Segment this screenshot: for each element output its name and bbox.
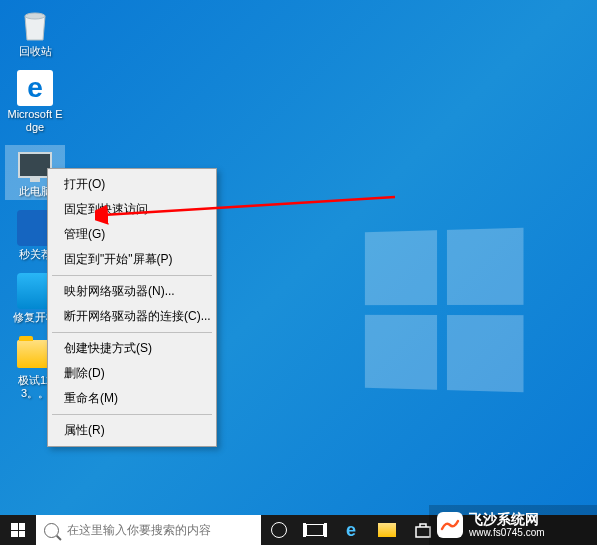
context-menu: 打开(O) 固定到快速访问 管理(G) 固定到"开始"屏幕(P) 映射网络驱动器… bbox=[47, 168, 217, 447]
menu-item-properties[interactable]: 属性(R) bbox=[50, 418, 214, 443]
taskbar-search[interactable] bbox=[36, 515, 261, 545]
menu-item-open[interactable]: 打开(O) bbox=[50, 172, 214, 197]
search-icon bbox=[44, 523, 59, 538]
windows-wallpaper-logo bbox=[365, 228, 524, 393]
folder-icon bbox=[378, 523, 396, 537]
menu-item-create-shortcut[interactable]: 创建快捷方式(S) bbox=[50, 336, 214, 361]
menu-separator bbox=[52, 332, 212, 333]
menu-separator bbox=[52, 414, 212, 415]
search-input[interactable] bbox=[67, 523, 253, 537]
icon-label: Microsoft Edge bbox=[7, 108, 63, 134]
edge-icon: e bbox=[346, 520, 356, 541]
watermark-url: www.fs0745.com bbox=[469, 527, 545, 538]
watermark: 飞沙系统网 www.fs0745.com bbox=[429, 505, 597, 545]
recycle-bin-icon bbox=[17, 7, 53, 43]
start-button[interactable] bbox=[0, 515, 36, 545]
cortana-button[interactable] bbox=[261, 515, 297, 545]
task-view-button[interactable] bbox=[297, 515, 333, 545]
taskbar-file-explorer[interactable] bbox=[369, 515, 405, 545]
icon-label: 回收站 bbox=[19, 45, 52, 58]
watermark-title: 飞沙系统网 bbox=[469, 512, 545, 527]
menu-item-rename[interactable]: 重命名(M) bbox=[50, 386, 214, 411]
edge-icon: e bbox=[17, 70, 53, 106]
menu-item-manage[interactable]: 管理(G) bbox=[50, 222, 214, 247]
task-view-icon bbox=[306, 524, 324, 536]
desktop-icon-recycle-bin[interactable]: 回收站 bbox=[5, 5, 65, 60]
svg-point-0 bbox=[25, 13, 45, 19]
menu-item-pin-start[interactable]: 固定到"开始"屏幕(P) bbox=[50, 247, 214, 272]
taskbar-edge[interactable]: e bbox=[333, 515, 369, 545]
menu-item-disconnect-drive[interactable]: 断开网络驱动器的连接(C)... bbox=[50, 304, 214, 329]
windows-logo-icon bbox=[11, 523, 25, 537]
watermark-logo-icon bbox=[437, 512, 463, 538]
cortana-icon bbox=[271, 522, 287, 538]
menu-item-delete[interactable]: 删除(D) bbox=[50, 361, 214, 386]
menu-item-map-drive[interactable]: 映射网络驱动器(N)... bbox=[50, 279, 214, 304]
menu-item-pin-quick-access[interactable]: 固定到快速访问 bbox=[50, 197, 214, 222]
svg-rect-3 bbox=[416, 527, 430, 537]
menu-separator bbox=[52, 275, 212, 276]
desktop-icon-edge[interactable]: e Microsoft Edge bbox=[5, 68, 65, 136]
